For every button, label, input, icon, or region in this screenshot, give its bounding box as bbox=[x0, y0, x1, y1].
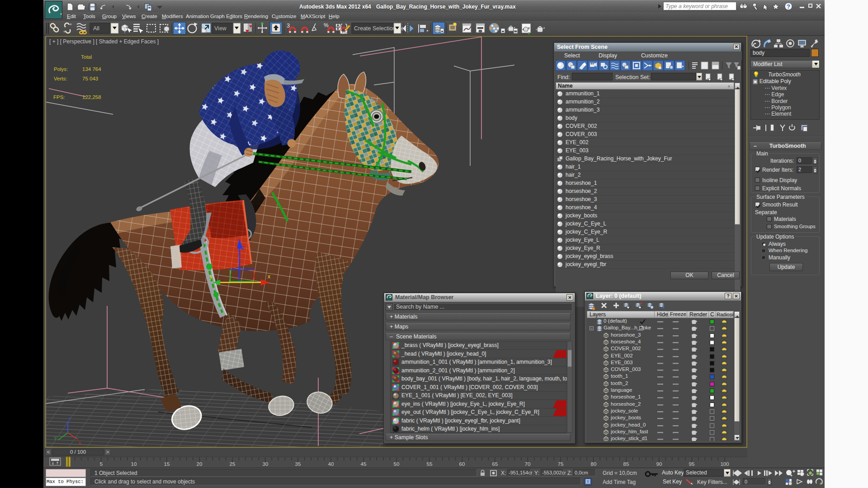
svg-text:ABC: ABC bbox=[340, 31, 347, 34]
svg-text:z: z bbox=[241, 244, 244, 251]
svg-text:90: 90 bbox=[656, 461, 662, 467]
svg-text:15: 15 bbox=[164, 461, 170, 467]
svg-text:35: 35 bbox=[295, 461, 301, 467]
svg-text:z: z bbox=[69, 416, 71, 421]
svg-text:75: 75 bbox=[558, 461, 564, 467]
svg-text:80: 80 bbox=[591, 461, 597, 467]
svg-text:y: y bbox=[54, 435, 57, 440]
svg-text:45: 45 bbox=[361, 461, 367, 467]
svg-text:10: 10 bbox=[131, 461, 137, 467]
svg-text:70: 70 bbox=[525, 461, 531, 467]
svg-text:❋: ❋ bbox=[63, 30, 66, 33]
svg-text:❋: ❋ bbox=[70, 23, 72, 26]
svg-text:60: 60 bbox=[459, 461, 465, 467]
svg-text:%: % bbox=[324, 22, 329, 28]
svg-text:20: 20 bbox=[197, 461, 203, 467]
svg-text:100: 100 bbox=[720, 461, 729, 467]
svg-text:25: 25 bbox=[230, 461, 236, 467]
svg-text:View: View bbox=[214, 25, 227, 32]
svg-text:85: 85 bbox=[623, 461, 629, 467]
svg-text:x: x bbox=[79, 441, 81, 446]
svg-text:x: x bbox=[268, 273, 270, 280]
svg-text:?: ? bbox=[787, 3, 790, 10]
svg-text:3: 3 bbox=[287, 22, 290, 29]
svg-text:y: y bbox=[210, 273, 212, 280]
svg-text:95: 95 bbox=[689, 461, 695, 467]
svg-text:30: 30 bbox=[263, 461, 269, 467]
svg-text:All: All bbox=[93, 25, 99, 32]
svg-text:40: 40 bbox=[328, 461, 334, 467]
svg-text:50: 50 bbox=[394, 461, 400, 467]
svg-text:55: 55 bbox=[427, 461, 433, 467]
svg-text:5: 5 bbox=[100, 461, 103, 467]
svg-text:65: 65 bbox=[492, 461, 498, 467]
